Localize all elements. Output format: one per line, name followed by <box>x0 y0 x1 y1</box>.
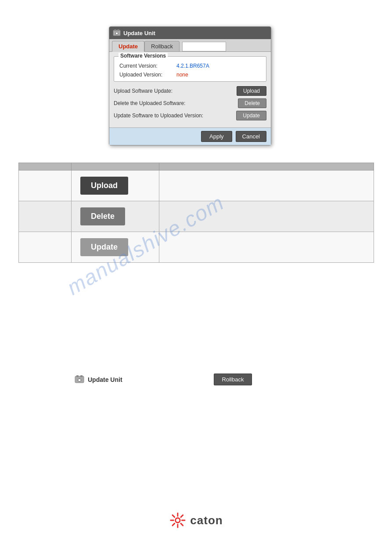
table-cell-1-3 <box>159 170 374 201</box>
update-unit-dialog: Update Unit Update Rollback Software Ver… <box>109 26 271 145</box>
table-cell-2-2: Delete <box>72 201 159 232</box>
current-version-label: Current Version: <box>119 63 176 69</box>
tab-rollback[interactable]: Rollback <box>144 41 180 52</box>
update-action-row: Update Software to Uploaded Version: Upd… <box>114 111 266 120</box>
uploaded-version-label: Uploaded Version: <box>119 72 176 78</box>
current-version-value: 4.2.1.BR657A <box>176 63 209 69</box>
dialog-title: Update Unit <box>123 30 155 36</box>
bottom-section: Update Unit Rollback <box>0 374 392 388</box>
update-label: Update Software to Uploaded Version: <box>114 112 236 119</box>
bottom-update-unit-row: Update Unit Rollback <box>75 374 392 385</box>
software-versions-group: Software Versions Current Version: 4.2.1… <box>114 56 266 82</box>
dialog-body: Software Versions Current Version: 4.2.1… <box>109 52 271 127</box>
svg-rect-1 <box>114 29 116 31</box>
apply-button[interactable]: Apply <box>201 131 232 142</box>
bottom-update-icon <box>75 375 84 385</box>
big-update-button[interactable]: Update <box>80 238 128 256</box>
table-row: Delete <box>19 201 374 232</box>
table-cell-1-1 <box>19 170 72 201</box>
action-table: Upload Delete Update <box>18 163 374 263</box>
table-cell-3-3 <box>159 232 374 263</box>
delete-label: Delete the Uploaded Software: <box>114 100 238 106</box>
dialog-tabs: Update Rollback <box>109 39 271 52</box>
table-header-2 <box>72 163 159 170</box>
caton-logo: caton <box>169 512 223 529</box>
svg-point-17 <box>176 519 180 522</box>
tab-update[interactable]: Update <box>112 41 144 52</box>
cancel-button[interactable]: Cancel <box>236 131 266 142</box>
upload-action-row: Upload Software Update: Upload <box>114 86 266 96</box>
table-header-3 <box>159 163 374 170</box>
big-delete-button[interactable]: Delete <box>80 207 125 225</box>
uploaded-version-row: Uploaded Version: none <box>119 72 261 78</box>
svg-line-16 <box>172 523 174 526</box>
caton-name: caton <box>190 514 223 527</box>
caton-logo-icon <box>169 512 186 529</box>
sw-versions-legend: Software Versions <box>119 53 168 59</box>
delete-button[interactable]: Delete <box>238 98 266 108</box>
current-version-row: Current Version: 4.2.1.BR657A <box>119 63 261 69</box>
tab-input-field[interactable] <box>182 42 226 51</box>
svg-rect-2 <box>117 29 119 31</box>
delete-action-row: Delete the Uploaded Software: Delete <box>114 98 266 108</box>
table-row: Upload <box>19 170 374 201</box>
table-cell-2-3 <box>159 201 374 232</box>
dialog-titlebar: Update Unit <box>109 27 271 39</box>
dialog-footer: Apply Cancel <box>109 127 271 145</box>
bottom-title: Update Unit <box>88 376 122 383</box>
svg-line-15 <box>180 515 183 517</box>
upload-label: Upload Software Update: <box>114 88 237 94</box>
table-cell-3-2: Update <box>72 232 159 263</box>
upload-button[interactable]: Upload <box>237 86 266 96</box>
svg-line-14 <box>180 523 183 526</box>
svg-rect-6 <box>80 375 83 377</box>
rollback-button[interactable]: Rollback <box>214 374 252 385</box>
big-upload-button[interactable]: Upload <box>80 177 128 195</box>
table-cell-1-2: Upload <box>72 170 159 201</box>
table-cell-2-1 <box>19 201 72 232</box>
uploaded-version-value: none <box>176 72 188 78</box>
dialog-icon <box>113 29 121 37</box>
table-header-1 <box>19 163 72 170</box>
svg-line-13 <box>172 515 174 517</box>
svg-rect-5 <box>76 375 79 377</box>
table-row: Update <box>19 232 374 263</box>
update-button[interactable]: Update <box>236 111 266 120</box>
table-cell-3-1 <box>19 232 72 263</box>
